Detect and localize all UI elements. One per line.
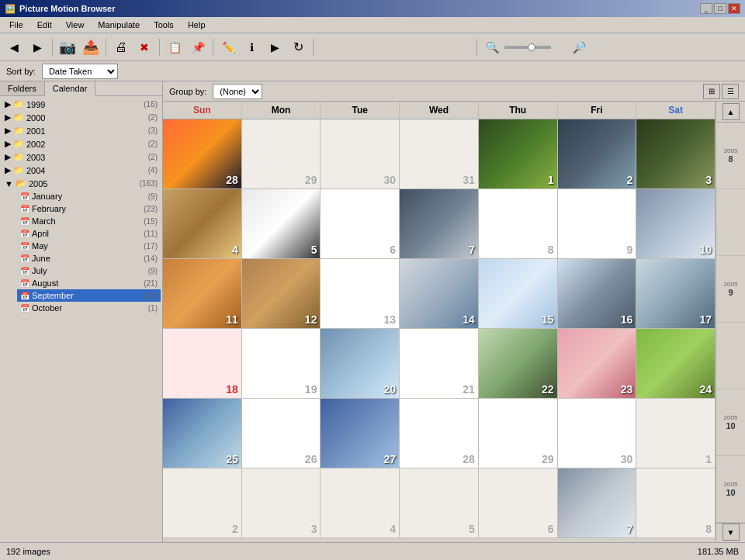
cal-day-oct3[interactable]: 3	[242, 468, 321, 538]
cal-day-sep10[interactable]: 10	[636, 189, 716, 259]
menu-view[interactable]: View	[60, 19, 91, 31]
cal-day-aug29[interactable]: 29	[242, 119, 321, 189]
back-button[interactable]: ◀	[3, 37, 25, 57]
tree-item-2000[interactable]: ▶ 📁 2000 (2)	[2, 111, 161, 124]
header-mon: Mon	[242, 102, 321, 119]
cal-day-sep2[interactable]: 2	[558, 119, 637, 189]
import-button[interactable]: 📷	[57, 37, 78, 57]
tree-item-2002[interactable]: ▶ 📁 2002 (2)	[2, 137, 161, 150]
cal-day-sep17[interactable]: 17	[636, 259, 716, 329]
tree-item-june[interactable]: 📅 June (14)	[17, 252, 161, 264]
week-entry-8[interactable]: 2005 8	[716, 123, 745, 189]
grid-view-button[interactable]: ⊞	[703, 84, 720, 99]
cal-day-sep6[interactable]: 6	[321, 189, 400, 259]
copy-button[interactable]: 📋	[164, 37, 185, 57]
zoom-out-button[interactable]: 🔍	[481, 37, 503, 57]
tree-item-may[interactable]: 📅 May (17)	[17, 240, 161, 252]
cal-day-oct8[interactable]: 8	[636, 468, 716, 538]
cal-day-aug28[interactable]: 28	[163, 119, 242, 189]
menu-tools[interactable]: Tools	[147, 19, 180, 31]
expand-icon: ▶	[5, 152, 11, 162]
tree-item-february[interactable]: 📅 February (23)	[17, 202, 161, 215]
maximize-button[interactable]: □	[714, 3, 726, 14]
cal-day-sep3[interactable]: 3	[636, 119, 716, 189]
cal-day-sep14[interactable]: 14	[400, 259, 479, 329]
zoom-slider[interactable]	[504, 40, 567, 54]
print-button[interactable]: 🖨	[110, 37, 132, 57]
tree-item-2004[interactable]: ▶ 📁 2004 (4)	[2, 164, 161, 177]
cal-day-sep16[interactable]: 16	[558, 259, 637, 329]
cal-day-sep9[interactable]: 9	[558, 189, 637, 259]
cal-day-oct4[interactable]: 4	[321, 468, 400, 538]
cal-day-sep21[interactable]: 21	[400, 329, 479, 399]
tree-item-2005[interactable]: ▼ 📂 2005 (163)	[2, 177, 161, 190]
tree-item-september[interactable]: 📅 September (43)	[17, 289, 161, 302]
week-entry-10[interactable]: 2005 10	[716, 389, 745, 456]
cal-day-sep5[interactable]: 5	[242, 189, 321, 259]
cal-day-sep23[interactable]: 23	[558, 329, 637, 399]
week-entry-10b[interactable]: 2005 10	[716, 456, 745, 523]
cal-day-sep11[interactable]: 11	[163, 259, 242, 329]
menu-edit[interactable]: Edit	[31, 19, 58, 31]
cal-day-sep22[interactable]: 22	[479, 329, 558, 399]
slideshow-button[interactable]: ▶	[264, 37, 286, 57]
week-entry-blank1[interactable]	[716, 189, 745, 256]
tree-item-july[interactable]: 📅 July (9)	[17, 264, 161, 277]
cal-day-sep1[interactable]: 1	[479, 119, 558, 189]
scroll-up-button[interactable]: ▲	[722, 103, 740, 120]
list-view-button[interactable]: ☰	[722, 84, 739, 99]
cal-day-sep8[interactable]: 8	[479, 189, 558, 259]
rotate-button[interactable]: ↻	[287, 37, 309, 57]
tree-item-january[interactable]: 📅 January (9)	[17, 190, 161, 202]
properties-button[interactable]: ℹ	[241, 37, 262, 57]
window-controls: _ □ ✕	[700, 3, 740, 14]
menu-manipulate[interactable]: Manipulate	[92, 19, 146, 31]
menu-file[interactable]: File	[3, 19, 29, 31]
cal-day-sep15[interactable]: 15	[479, 259, 558, 329]
cal-day-sep20[interactable]: 20	[321, 329, 400, 399]
scroll-down-button[interactable]: ▼	[722, 524, 740, 541]
cal-day-sep26[interactable]: 26	[242, 399, 321, 468]
forward-button[interactable]: ▶	[26, 37, 48, 57]
cal-day-oct1[interactable]: 1	[636, 399, 716, 468]
cal-day-aug31[interactable]: 31	[400, 119, 479, 189]
close-button[interactable]: ✕	[728, 3, 740, 14]
zoom-in-button[interactable]: 🔎	[568, 37, 590, 57]
cal-day-sep25[interactable]: 25	[163, 399, 242, 468]
cal-day-oct5[interactable]: 5	[400, 468, 479, 538]
cal-day-sep13[interactable]: 13	[321, 259, 400, 329]
tree-item-2003[interactable]: ▶ 📁 2003 (2)	[2, 150, 161, 164]
cal-day-sep28[interactable]: 28	[400, 399, 479, 468]
week-entry-9[interactable]: 2005 9	[716, 256, 745, 323]
tree-item-1999[interactable]: ▶ 📁 1999 (16)	[2, 98, 161, 111]
cal-day-oct7[interactable]: 7	[558, 468, 637, 538]
sort-select[interactable]: Date Taken File Name File Size Date Modi…	[42, 64, 118, 79]
move-button[interactable]: 📌	[187, 37, 209, 57]
cal-day-sep29[interactable]: 29	[479, 399, 558, 468]
cal-day-sep30[interactable]: 30	[558, 399, 637, 468]
tree-item-october[interactable]: 📅 October (1)	[17, 302, 161, 314]
group-select[interactable]: (None) Date Folder Rating	[213, 84, 262, 99]
tree-item-march[interactable]: 📅 March (15)	[17, 215, 161, 227]
week-entry-blank2[interactable]	[716, 323, 745, 389]
delete-button[interactable]: ✖	[133, 37, 155, 57]
cal-day-sep4[interactable]: 4	[163, 189, 242, 259]
tree-item-april[interactable]: 📅 April (11)	[17, 227, 161, 240]
cal-day-sep12[interactable]: 12	[242, 259, 321, 329]
cal-day-sep24[interactable]: 24	[636, 329, 716, 399]
tab-calendar[interactable]: Calendar	[45, 81, 96, 96]
cal-day-sep18[interactable]: 18	[163, 329, 242, 399]
cal-day-sep19[interactable]: 19	[242, 329, 321, 399]
minimize-button[interactable]: _	[700, 3, 712, 14]
menu-help[interactable]: Help	[182, 19, 212, 31]
cal-day-sep7[interactable]: 7	[400, 189, 479, 259]
tab-folders[interactable]: Folders	[0, 81, 45, 95]
tree-item-august[interactable]: 📅 August (21)	[17, 277, 161, 289]
cal-day-sep27[interactable]: 27	[321, 399, 400, 468]
cal-day-aug30[interactable]: 30	[321, 119, 400, 189]
edit-button[interactable]: ✏️	[217, 37, 239, 57]
cal-day-oct2[interactable]: 2	[163, 468, 242, 538]
export-button[interactable]: 📤	[80, 37, 102, 57]
tree-item-2001[interactable]: ▶ 📁 2001 (3)	[2, 124, 161, 137]
cal-day-oct6[interactable]: 6	[479, 468, 558, 538]
